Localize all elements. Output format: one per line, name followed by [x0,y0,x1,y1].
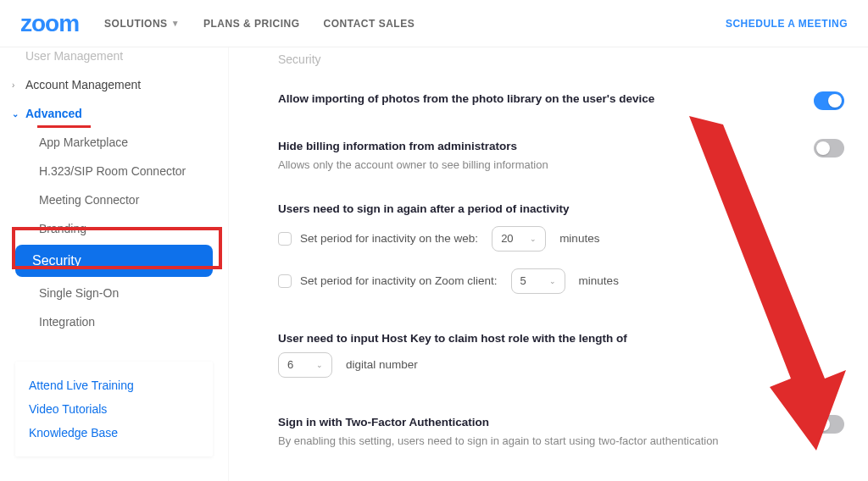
link-live-training[interactable]: Attend Live Training [29,373,199,397]
setting-host-key-length: User need to input Host Key to claim hos… [278,331,844,386]
sidebar-item-branding[interactable]: Branding [10,214,218,243]
inactivity-client-row: Set period for inactivity on Zoom client… [278,268,844,294]
sidebar: User Management ›Account Management ⌄Adv… [0,47,229,481]
chevron-down-icon: ⌄ [530,235,537,243]
link-knowledge-base[interactable]: Knowledge Base [29,421,199,445]
sidebar-item-account-management[interactable]: ›Account Management [10,70,218,99]
setting-title: User need to input Host Key to claim hos… [278,331,844,347]
chevron-down-icon: ⌄ [12,109,19,119]
chevron-down-icon: ⌄ [316,361,323,369]
zoom-logo: zoom [20,10,79,37]
setting-title: Users need to sign in again after a peri… [278,202,844,218]
toggle-allow-importing-photos[interactable] [814,91,844,110]
checkbox-inactivity-web[interactable] [278,232,292,246]
setting-title: Sign in with Two-Factor Authentication [278,415,788,431]
link-video-tutorials[interactable]: Video Tutorials [29,397,199,421]
checkbox-inactivity-client[interactable] [278,274,292,288]
label: Set period for inactivity on the web: [300,232,478,245]
toggle-two-factor-auth[interactable] [814,415,844,434]
setting-description: Allows only the account owner to see bil… [278,158,788,173]
caret-down-icon: ▼ [171,19,180,28]
unit-label: digital number [346,358,418,371]
setting-description: By enabling this setting, users need to … [278,434,788,449]
setting-two-factor-auth: Sign in with Two-Factor Authentication B… [278,415,844,449]
tab-security-label: Security [278,53,844,66]
host-key-row: 6⌄ digital number [278,352,844,378]
nav-plans-pricing[interactable]: PLANS & PRICING [203,18,300,30]
setting-hide-billing: Hide billing information from administra… [278,139,844,173]
schedule-meeting-link[interactable]: SCHEDULE A MEETING [726,18,848,30]
select-inactivity-client-minutes[interactable]: 5⌄ [511,268,565,294]
unit-label: minutes [579,274,619,287]
setting-allow-importing-photos: Allow importing of photos from the photo… [278,91,844,110]
sidebar-item-integration[interactable]: Integration [10,307,218,336]
setting-title: Allow importing of photos from the photo… [278,91,788,108]
chevron-down-icon: ⌄ [549,277,556,285]
sidebar-item-meeting-connector[interactable]: Meeting Connector [10,185,218,214]
sidebar-item-app-marketplace[interactable]: App Marketplace [10,128,218,157]
setting-title: Hide billing information from administra… [278,139,788,155]
top-header: zoom SOLUTIONS▼ PLANS & PRICING CONTACT … [0,0,868,47]
toggle-hide-billing[interactable] [814,139,844,158]
help-panel: Attend Live Training Video Tutorials Kno… [15,362,213,456]
sidebar-item-single-sign-on[interactable]: Single Sign-On [10,279,218,307]
nav-contact-sales[interactable]: CONTACT SALES [324,18,415,30]
content-area: Security Allow importing of photos from … [229,47,868,481]
sidebar-item-h323-sip[interactable]: H.323/SIP Room Connector [10,157,218,185]
sidebar-item-security[interactable]: Security [15,245,213,277]
select-inactivity-web-minutes[interactable]: 20⌄ [492,226,546,252]
chevron-right-icon: › [12,80,14,90]
label: Set period for inactivity on Zoom client… [300,274,498,287]
unit-label: minutes [559,232,599,245]
sidebar-item-user-management[interactable]: User Management [10,49,218,70]
setting-inactivity-signin: Users need to sign in again after a peri… [278,202,844,302]
nav-label: SOLUTIONS [104,18,168,30]
select-host-key-length[interactable]: 6⌄ [278,352,332,378]
nav-solutions[interactable]: SOLUTIONS▼ [104,18,180,30]
inactivity-web-row: Set period for inactivity on the web: 20… [278,226,844,252]
sidebar-item-advanced[interactable]: ⌄Advanced [10,99,218,128]
